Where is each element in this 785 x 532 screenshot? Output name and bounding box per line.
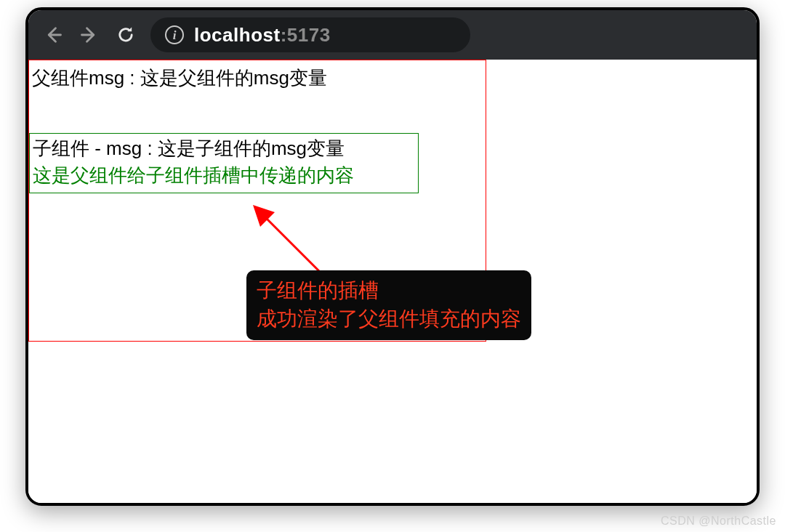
url-host: localhost — [194, 24, 281, 46]
address-bar[interactable]: i localhost:5173 — [150, 17, 470, 52]
watermark-text: CSDN @NorthCastle — [661, 515, 776, 528]
child-component-box: 子组件 - msg : 这是子组件的msg变量 这是父组件给子组件插槽中传递的内… — [29, 133, 419, 193]
url-port: :5173 — [281, 24, 331, 46]
back-button[interactable] — [41, 23, 65, 47]
annotation-callout: 子组件的插槽 成功渲染了父组件填充的内容 — [246, 270, 531, 340]
browser-toolbar: i localhost:5173 — [28, 10, 757, 60]
page-content: 父组件msg : 这是父组件的msg变量 子组件 - msg : 这是子组件的m… — [28, 60, 757, 503]
url-text: localhost:5173 — [194, 24, 331, 47]
annotation-line-1: 子组件的插槽 — [257, 276, 521, 305]
reload-button[interactable] — [114, 23, 137, 47]
info-icon[interactable]: i — [165, 25, 184, 44]
reload-icon — [116, 25, 136, 45]
child-msg-text: 子组件 - msg : 这是子组件的msg变量 — [33, 135, 418, 163]
forward-button[interactable] — [78, 23, 101, 47]
back-arrow-icon — [43, 25, 63, 45]
slot-content-text: 这是父组件给子组件插槽中传递的内容 — [33, 162, 418, 190]
annotation-line-2: 成功渲染了父组件填充的内容 — [257, 305, 521, 333]
browser-window: i localhost:5173 父组件msg : 这是父组件的msg变量 子组… — [25, 7, 760, 506]
parent-msg-text: 父组件msg : 这是父组件的msg变量 — [29, 60, 486, 92]
forward-arrow-icon — [79, 25, 100, 45]
